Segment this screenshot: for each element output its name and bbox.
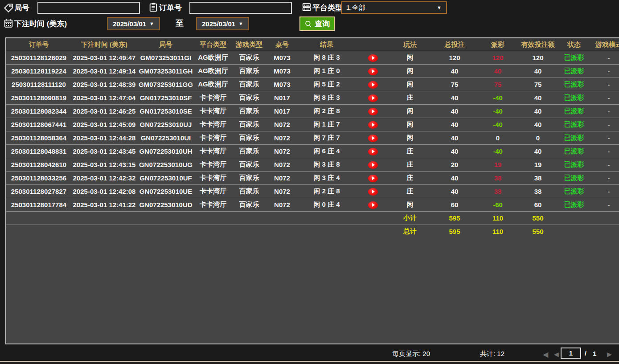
cell-game-mode: - <box>588 134 619 142</box>
replay-play-icon[interactable] <box>368 108 378 115</box>
table-body: 2503011281260292025-03-01 12:49:47GM0732… <box>6 51 619 238</box>
cell-play-type: 闲 <box>390 200 430 209</box>
game-no-input[interactable] <box>37 2 140 14</box>
cell-platform: AG欧洲厅 <box>194 67 232 75</box>
cell-bet-total: 75 <box>430 81 480 88</box>
cell-order-no: 250301128058364 <box>6 134 71 142</box>
cell-platform: 卡卡湾厅 <box>194 94 232 102</box>
play-triangle-icon <box>372 190 375 193</box>
header-status[interactable]: 状态 <box>560 41 588 49</box>
table-row: 2503011280583642025-03-01 12:44:28GN0722… <box>6 131 619 144</box>
header-payout[interactable]: 派彩 <box>480 41 516 49</box>
table-header-row: 订单号 下注时间 (美东) 局号 平台类型 游戏类型 桌号 结果 玩法 总投注 … <box>6 38 619 51</box>
cell-game-mode: - <box>588 67 619 75</box>
replay-play-icon[interactable] <box>368 148 378 155</box>
header-result[interactable]: 结果 <box>298 41 356 49</box>
cell-game-no: GN072253010UE <box>137 188 194 195</box>
replay-play-icon[interactable] <box>368 175 378 182</box>
first-page-icon[interactable]: ◀ <box>543 350 548 359</box>
replay-play-icon[interactable] <box>368 188 378 196</box>
query-button-label: 查询 <box>315 19 330 29</box>
cell-order-no: 250301128033256 <box>6 174 71 182</box>
cell-game-mode: - <box>588 174 619 182</box>
table-row: 2503011280908192025-03-01 12:47:04GN0172… <box>6 91 619 104</box>
next-page-icon[interactable]: ▶ <box>607 351 612 358</box>
cell-status: 已派彩 <box>560 120 588 129</box>
cell-game-no: GN072253010UF <box>137 174 194 182</box>
platform-server-icon <box>302 2 312 14</box>
header-valid-bet[interactable]: 有效投注额 <box>516 41 560 49</box>
cell-platform: 卡卡湾厅 <box>194 200 232 209</box>
cell-payout: -60 <box>480 201 516 209</box>
cell-status: 已派彩 <box>560 67 588 75</box>
header-game-no[interactable]: 局号 <box>137 41 194 49</box>
cell-game-mode: - <box>588 161 619 168</box>
table-row: 2503011280426102025-03-01 12:43:15GN0722… <box>6 158 619 171</box>
replay-play-icon[interactable] <box>368 201 378 209</box>
cell-bet-time: 2025-03-01 12:49:14 <box>71 67 137 75</box>
cell-game-type: 百家乐 <box>232 134 266 142</box>
order-no-input[interactable] <box>189 2 292 14</box>
header-game-type[interactable]: 游戏类型 <box>232 41 266 49</box>
date-from-picker[interactable]: 2025/03/01 ▼ <box>107 17 160 30</box>
play-triangle-icon <box>372 56 375 60</box>
replay-play-icon[interactable] <box>368 135 378 142</box>
cell-game-no: GN072253010UG <box>137 161 194 168</box>
subtotal-row: 小计595110550 <box>6 211 619 225</box>
page-number-input[interactable]: 1 <box>561 348 581 359</box>
table-row: 2503011281192242025-03-01 12:49:14GM0732… <box>6 64 619 78</box>
cell-valid-bet: 40 <box>516 67 560 75</box>
header-bet-total[interactable]: 总投注 <box>430 41 480 49</box>
order-no-clipboard-icon <box>148 2 158 14</box>
cell-result: 闲 8 庄 3 <box>298 53 356 62</box>
replay-play-icon[interactable] <box>368 94 378 102</box>
total-row-payout: 110 <box>480 228 516 235</box>
replay-play-icon[interactable] <box>368 81 378 89</box>
date-to-value: 2025/03/01 <box>202 20 235 28</box>
header-order-no[interactable]: 订单号 <box>6 41 71 49</box>
replay-play-icon[interactable] <box>368 54 378 62</box>
replay-play-icon[interactable] <box>368 161 378 169</box>
cell-game-type: 百家乐 <box>232 53 266 62</box>
date-to-picker[interactable]: 2025/03/01 ▼ <box>196 17 249 30</box>
cell-game-no: GN017253010SE <box>137 107 194 115</box>
cell-valid-bet: 40 <box>516 107 560 115</box>
cell-replay <box>356 94 390 102</box>
header-platform[interactable]: 平台类型 <box>194 41 232 49</box>
cell-play-type: 庄 <box>390 94 430 102</box>
cell-bet-total: 20 <box>430 161 480 168</box>
cell-valid-bet: 40 <box>516 121 560 128</box>
cell-bet-total: 40 <box>430 188 480 195</box>
header-game-mode[interactable]: 游戏模式 <box>588 41 619 49</box>
subtotal-row-payout: 110 <box>480 214 516 222</box>
header-table-no[interactable]: 桌号 <box>266 41 298 49</box>
cell-play-type: 庄 <box>390 147 430 155</box>
cell-payout: 40 <box>480 67 516 75</box>
chevron-down-icon: ▼ <box>238 21 243 26</box>
subtotal-row-label: 小计 <box>390 214 430 222</box>
replay-play-icon[interactable] <box>368 68 378 75</box>
cell-order-no: 250301128042610 <box>6 161 71 168</box>
cell-game-type: 百家乐 <box>232 147 266 155</box>
cell-order-no: 250301128090819 <box>6 94 71 102</box>
cell-bet-total: 40 <box>430 134 480 142</box>
cell-play-type: 闲 <box>390 107 430 115</box>
cell-play-type: 闲 <box>390 80 430 89</box>
cell-game-no: GN072253010UH <box>137 147 194 155</box>
cell-game-mode: - <box>588 121 619 128</box>
chevron-down-icon: ▼ <box>149 21 154 26</box>
game-no-tag-icon <box>4 3 13 15</box>
header-play-type[interactable]: 玩法 <box>390 41 430 49</box>
cell-table-no: N072 <box>266 147 298 155</box>
cell-bet-time: 2025-03-01 12:48:39 <box>71 81 137 88</box>
cell-table-no: M073 <box>266 54 298 61</box>
cell-payout: -40 <box>480 94 516 102</box>
platform-type-select[interactable]: 1.全部 ▼ <box>341 1 447 14</box>
header-bet-time[interactable]: 下注时间 (美东) <box>71 41 137 49</box>
total-row-bet-total: 595 <box>430 228 480 235</box>
page-separator: / <box>585 349 586 357</box>
replay-play-icon[interactable] <box>368 121 378 129</box>
query-button[interactable]: 查询 <box>299 16 335 31</box>
prev-page-icon[interactable]: ◀ <box>554 351 559 358</box>
cell-game-mode: - <box>588 81 619 88</box>
